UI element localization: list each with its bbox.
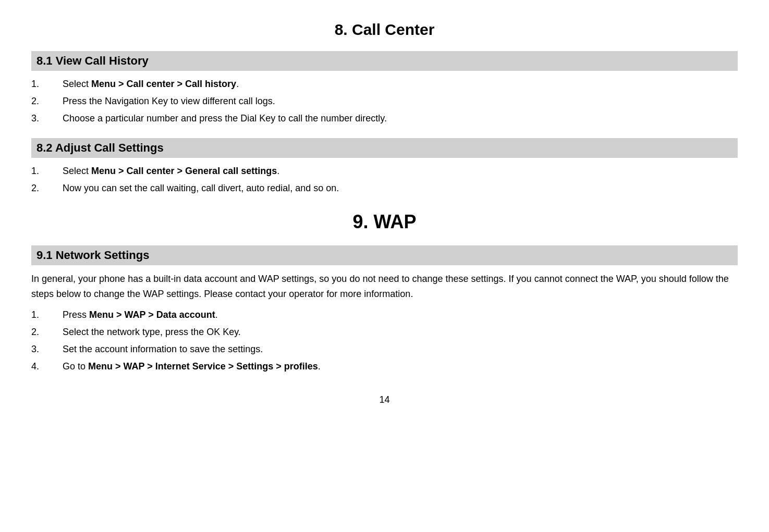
bold-text: Menu > Call center > Call history xyxy=(91,79,236,89)
list-num: 2. xyxy=(31,94,63,108)
list-item: 2. Press the Navigation Key to view diff… xyxy=(31,94,738,108)
section-91-block: 9.1 Network Settings In general, your ph… xyxy=(31,245,738,374)
section-82-list: 1. Select Menu > Call center > General c… xyxy=(31,164,738,195)
list-text: Go to Menu > WAP > Internet Service > Se… xyxy=(63,360,321,374)
section-81-block: 8.1 View Call History 1. Select Menu > C… xyxy=(31,51,738,126)
bold-text: Menu > WAP > Internet Service > Settings… xyxy=(88,361,318,372)
bold-text: Menu > Call center > General call settin… xyxy=(91,166,277,176)
section-81-list: 1. Select Menu > Call center > Call hist… xyxy=(31,77,738,126)
section-82-header: 8.2 Adjust Call Settings xyxy=(31,138,738,158)
list-text: Set the account information to save the … xyxy=(63,342,263,356)
section-81-header: 8.1 View Call History xyxy=(31,51,738,71)
list-item: 3. Set the account information to save t… xyxy=(31,342,738,356)
list-num: 2. xyxy=(31,325,63,339)
list-item: 4. Go to Menu > WAP > Internet Service >… xyxy=(31,360,738,374)
list-item: 1. Press Menu > WAP > Data account. xyxy=(31,308,738,322)
list-num: 1. xyxy=(31,77,63,91)
list-text: Select the network type, press the OK Ke… xyxy=(63,325,241,339)
list-item: 3. Choose a particular number and press … xyxy=(31,112,738,126)
list-num: 3. xyxy=(31,112,63,126)
section-91-header: 9.1 Network Settings xyxy=(31,245,738,265)
list-item: 2. Select the network type, press the OK… xyxy=(31,325,738,339)
bold-text: Menu > WAP > Data account xyxy=(89,310,215,320)
list-num: 1. xyxy=(31,308,63,322)
list-num: 1. xyxy=(31,164,63,178)
list-text: Press Menu > WAP > Data account. xyxy=(63,308,218,322)
chapter9-title: 9. WAP xyxy=(31,211,738,233)
section-91-intro: In general, your phone has a built-in da… xyxy=(31,271,738,302)
list-text: Now you can set the call waiting, call d… xyxy=(63,181,339,195)
list-item: 2. Now you can set the call waiting, cal… xyxy=(31,181,738,195)
chapter8-title: 8. Call Center xyxy=(31,21,738,39)
list-num: 2. xyxy=(31,181,63,195)
list-num: 3. xyxy=(31,342,63,356)
list-text: Press the Navigation Key to view differe… xyxy=(63,94,275,108)
section-82-block: 8.2 Adjust Call Settings 1. Select Menu … xyxy=(31,138,738,195)
page-number: 14 xyxy=(31,394,738,405)
section-91-list: 1. Press Menu > WAP > Data account. 2. S… xyxy=(31,308,738,374)
list-text: Select Menu > Call center > General call… xyxy=(63,164,279,178)
list-text: Choose a particular number and press the… xyxy=(63,112,387,126)
list-text: Select Menu > Call center > Call history… xyxy=(63,77,239,91)
list-item: 1. Select Menu > Call center > General c… xyxy=(31,164,738,178)
list-num: 4. xyxy=(31,360,63,374)
list-item: 1. Select Menu > Call center > Call hist… xyxy=(31,77,738,91)
